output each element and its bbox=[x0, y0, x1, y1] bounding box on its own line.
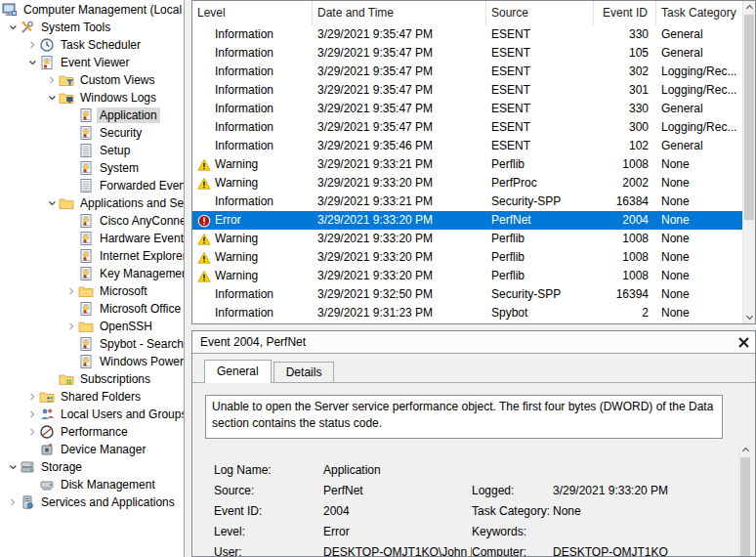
chevron-right-icon[interactable] bbox=[64, 284, 78, 298]
tree-item-custom-views[interactable]: Custom Views bbox=[0, 71, 184, 89]
tree-item-services-and-applications[interactable]: Services and Applications bbox=[0, 493, 184, 511]
tree-indent bbox=[64, 214, 78, 228]
tree-indent bbox=[45, 372, 59, 386]
tree-item-applications-and-se[interactable]: Applications and Se bbox=[0, 194, 184, 212]
chevron-down-icon[interactable] bbox=[45, 196, 59, 210]
tree-item-shared-folders[interactable]: Shared Folders bbox=[0, 388, 184, 406]
chevron-down-icon[interactable] bbox=[45, 91, 59, 105]
chevron-right-icon[interactable] bbox=[64, 320, 78, 333]
event-row[interactable]: Information3/29/2021 9:35:47 PMESENT330G… bbox=[192, 25, 742, 44]
computer-management-window: Computer Management (LocalSystem ToolsTa… bbox=[0, 0, 756, 557]
tree-item-forwarded-event[interactable]: Forwarded Event bbox=[0, 177, 184, 194]
field-label: Task Category: bbox=[472, 501, 553, 522]
event-row[interactable]: Warning3/29/2021 9:33:20 PMPerflib1008No… bbox=[192, 248, 742, 267]
event-datetime: 3/29/2021 9:35:47 PM bbox=[313, 25, 486, 44]
tree-item-hardware-events[interactable]: Hardware Events bbox=[0, 230, 184, 247]
tree-item-device-manager[interactable]: Device Manager bbox=[0, 441, 184, 458]
tree-item-task-scheduler[interactable]: Task Scheduler bbox=[0, 36, 184, 54]
scroll-up-icon[interactable] bbox=[739, 444, 751, 456]
tree-item-label: Application bbox=[97, 107, 160, 123]
event-row[interactable]: Information3/29/2021 9:33:21 PMSecurity-… bbox=[192, 193, 742, 211]
event-row[interactable]: Information3/29/2021 9:35:47 PMESENT105G… bbox=[192, 44, 742, 63]
tree-item-label: Forwarded Event bbox=[97, 178, 185, 193]
event-list-scrollbar[interactable] bbox=[742, 1, 755, 323]
event-row[interactable]: Warning3/29/2021 9:33:20 PMPerfProc2002N… bbox=[192, 174, 742, 193]
scroll-up-icon[interactable] bbox=[743, 1, 755, 14]
column-header-event-id[interactable]: Event ID bbox=[594, 1, 656, 25]
detail-scrollbar[interactable] bbox=[738, 444, 751, 557]
event-row[interactable]: Warning3/29/2021 9:33:20 PMPerflib1008No… bbox=[192, 267, 742, 285]
event-task-category: None bbox=[656, 285, 742, 304]
event-log-icon bbox=[78, 301, 94, 317]
field-label bbox=[472, 460, 553, 481]
tree-item-security[interactable]: Security bbox=[0, 124, 184, 142]
chevron-right-icon[interactable] bbox=[45, 73, 59, 87]
event-row[interactable]: Information3/29/2021 9:35:47 PMESENT330G… bbox=[192, 100, 742, 118]
chevron-right-icon[interactable] bbox=[25, 425, 39, 439]
column-header-source[interactable]: Source bbox=[486, 1, 594, 25]
tree-item-performance[interactable]: Performance bbox=[0, 423, 184, 441]
chevron-down-icon[interactable] bbox=[25, 56, 39, 69]
scrollbar-thumb[interactable] bbox=[744, 15, 754, 220]
column-header-date-and-time[interactable]: Date and Time bbox=[313, 1, 486, 25]
event-row[interactable]: Warning3/29/2021 9:33:20 PMPerflib1008No… bbox=[192, 230, 742, 248]
event-row[interactable]: Information3/29/2021 9:31:23 PMSpybot2No… bbox=[192, 304, 742, 322]
tree-indent bbox=[64, 337, 78, 351]
services-icon bbox=[20, 494, 35, 510]
event-description: Unable to open the Server service perfor… bbox=[205, 395, 723, 439]
scroll-down-icon[interactable] bbox=[743, 311, 755, 323]
tree-item-cisco-anyconne[interactable]: Cisco AnyConne bbox=[0, 212, 184, 230]
column-header-level[interactable]: Level bbox=[192, 1, 313, 25]
event-task-category: None bbox=[656, 174, 742, 193]
tree-item-label: Security bbox=[97, 125, 145, 141]
tab-general[interactable]: General bbox=[204, 360, 272, 383]
tree-item-event-viewer[interactable]: Event Viewer bbox=[0, 54, 184, 71]
column-header-task-category[interactable]: Task Category bbox=[656, 1, 755, 25]
windows-logs-icon bbox=[59, 90, 74, 106]
tree-item-key-managemen[interactable]: Key Managemen bbox=[0, 265, 184, 282]
tree-item-internet-explorer[interactable]: Internet Explorer bbox=[0, 247, 184, 265]
event-task-category: General bbox=[656, 44, 742, 63]
tab-details[interactable]: Details bbox=[273, 362, 335, 382]
tree-item-windows-power[interactable]: Windows Power bbox=[0, 353, 184, 370]
close-icon[interactable] bbox=[736, 335, 750, 349]
chevron-right-icon[interactable] bbox=[25, 38, 39, 52]
field-label: Level: bbox=[214, 522, 323, 542]
tree-item-microsoft-office[interactable]: Microsoft Office bbox=[0, 300, 184, 318]
tree-item-subscriptions[interactable]: Subscriptions bbox=[0, 370, 184, 388]
tree-item-local-users-and-groups[interactable]: Local Users and Groups bbox=[0, 406, 184, 423]
chevron-down-icon[interactable] bbox=[6, 460, 20, 474]
event-source: ESENT bbox=[486, 63, 594, 81]
warning-icon bbox=[197, 251, 211, 265]
event-row[interactable]: Error3/29/2021 9:33:20 PMPerfNet2004None bbox=[192, 211, 742, 230]
tree-item-spybot-search[interactable]: Spybot - Search bbox=[0, 335, 184, 353]
event-datetime: 3/29/2021 9:33:21 PM bbox=[313, 155, 486, 174]
tree-item-computer-management-local[interactable]: Computer Management (Local bbox=[0, 1, 184, 19]
event-row[interactable]: Information3/29/2021 9:35:47 PMESENT301L… bbox=[192, 81, 742, 100]
chevron-down-icon[interactable] bbox=[6, 21, 20, 34]
tree-item-label: Storage bbox=[38, 459, 85, 475]
event-level: Information bbox=[215, 81, 273, 100]
tree-item-system[interactable]: System bbox=[0, 159, 184, 177]
chevron-right-icon[interactable] bbox=[6, 495, 20, 509]
scrollbar-thumb[interactable] bbox=[740, 457, 750, 557]
event-row[interactable]: Information3/29/2021 9:35:46 PMESENT102G… bbox=[192, 137, 742, 155]
tree-item-application[interactable]: Application bbox=[0, 107, 184, 124]
tree-item-system-tools[interactable]: System Tools bbox=[0, 19, 184, 36]
event-row[interactable]: Information3/29/2021 9:35:47 PMESENT302L… bbox=[192, 63, 742, 81]
tree-item-setup[interactable]: Setup bbox=[0, 142, 184, 159]
chevron-right-icon[interactable] bbox=[25, 390, 39, 404]
field-row: Log Name:Application bbox=[214, 460, 735, 481]
tree-item-storage[interactable]: Storage bbox=[0, 458, 184, 476]
tree-item-microsoft[interactable]: Microsoft bbox=[0, 282, 184, 300]
event-row[interactable]: Warning3/29/2021 9:33:21 PMPerflib1008No… bbox=[192, 155, 742, 174]
event-row[interactable]: Information3/29/2021 9:35:47 PMESENT300L… bbox=[192, 118, 742, 137]
tree-item-openssh[interactable]: OpenSSH bbox=[0, 318, 184, 335]
event-row[interactable]: Information3/29/2021 9:32:50 PMSecurity-… bbox=[192, 285, 742, 304]
tree-item-windows-logs[interactable]: Windows Logs bbox=[0, 89, 184, 107]
computer-icon bbox=[2, 2, 18, 18]
chevron-right-icon[interactable] bbox=[25, 407, 39, 421]
event-id: 300 bbox=[594, 118, 656, 137]
event-level: Information bbox=[215, 304, 273, 322]
tree-item-disk-management[interactable]: Disk Management bbox=[0, 476, 184, 493]
